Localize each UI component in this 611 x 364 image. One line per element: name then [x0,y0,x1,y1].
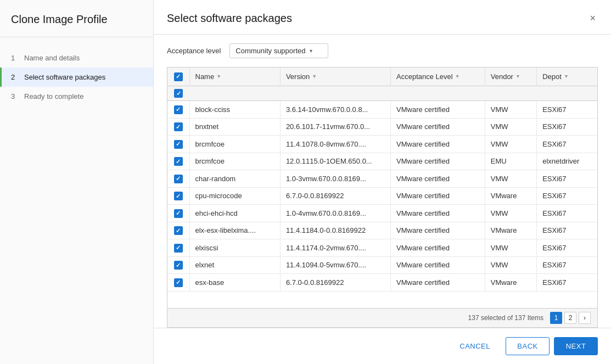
row-checkbox-cell [167,153,189,170]
row-checkbox-cell [167,222,189,239]
row-acceptance-4: VMware certified [391,170,485,188]
row-version-3: 12.0.1115.0-1OEM.650.0... [280,153,390,170]
row-name-10: esx-base [189,274,280,292]
close-button[interactable]: × [587,11,598,25]
row-name-1: bnxtnet [189,118,280,136]
pagination: 1 2 › [550,312,591,324]
row-acceptance-10: VMware certified [391,274,485,292]
table-body: block-cciss 3.6.14-10vmw.670.0.0.8... VM… [167,101,597,292]
acceptance-bar: Acceptance level Community supported ▾ [154,35,611,67]
main-content: Select software packages × Acceptance le… [154,0,611,364]
sidebar-step-1[interactable]: 1 Name and details [0,48,153,68]
row-acceptance-7: VMware certified [391,222,485,239]
acceptance-select[interactable]: Community supported ▾ [229,43,328,58]
table-footer: 137 selected of 137 Items 1 2 › [167,308,597,327]
row-vendor-0: VMW [485,101,536,119]
row-depot-6: ESXi67 [537,205,597,222]
row-vendor-3: EMU [485,153,536,170]
select-all-checkbox-2[interactable] [174,89,183,98]
acceptance-label: Acceptance level [167,47,221,55]
row-depot-4: ESXi67 [537,170,597,188]
row-checkbox-1[interactable] [174,122,183,131]
row-name-4: char-random [189,170,280,188]
sidebar-title: Clone Image Profile [0,0,153,37]
page-next-button[interactable]: › [579,312,591,324]
row-depot-0: ESXi67 [537,101,597,119]
row-acceptance-9: VMware certified [391,256,485,274]
sort-vendor-icon: ▼ [515,74,520,79]
cancel-button[interactable]: CANCEL [449,338,501,355]
acceptance-value: Community supported [236,47,305,55]
row-checkbox-5[interactable] [174,192,183,200]
row-checkbox-10[interactable] [174,278,183,287]
select-all-checkbox[interactable] [174,72,183,81]
row-depot-1: ESXi67 [537,118,597,136]
table-row: cpu-microcode 6.7.0-0.0.8169922 VMware c… [167,187,597,205]
sidebar-step-2[interactable]: 2 Select software packages [0,68,153,87]
chevron-down-icon: ▾ [310,48,312,54]
row-checkbox-4[interactable] [174,175,183,183]
row-version-7: 11.4.1184.0-0.0.8169922 [280,222,390,239]
col-name[interactable]: Name ▼ [189,68,280,86]
row-depot-9: ESXi67 [537,256,597,274]
row-version-4: 1.0-3vmw.670.0.0.8169... [280,170,390,188]
table-row: elxnet 11.4.1094.0-5vmw.670.... VMware c… [167,256,597,274]
row-acceptance-0: VMware certified [391,101,485,119]
sort-depot-icon: ▼ [564,74,569,79]
row-version-8: 11.4.1174.0-2vmw.670.... [280,239,390,257]
row-acceptance-5: VMware certified [391,187,485,205]
row-vendor-9: VMW [485,256,536,274]
row-vendor-2: VMW [485,136,536,153]
page-2-button[interactable]: 2 [564,312,576,324]
row-vendor-10: VMware [485,274,536,292]
page-1-button[interactable]: 1 [550,312,562,324]
row-checkbox-8[interactable] [174,244,183,253]
row-checkbox-cell [167,118,189,136]
back-button[interactable]: BACK [506,337,550,355]
row-version-6: 1.0-4vmw.670.0.0.8169... [280,205,390,222]
col-version[interactable]: Version ▼ [280,68,390,86]
row-checkbox-cell [167,136,189,153]
next-button[interactable]: NEXT [554,337,598,355]
row-version-5: 6.7.0-0.0.8169922 [280,187,390,205]
table-row: esx-base 6.7.0-0.0.8169922 VMware certif… [167,274,597,292]
step-3-number: 3 [11,92,20,100]
table-row: char-random 1.0-3vmw.670.0.0.8169... VMw… [167,170,597,188]
bottom-actions: CANCEL BACK NEXT [154,328,611,364]
row-checkbox-6[interactable] [174,209,183,218]
col-depot[interactable]: Depot ▼ [537,68,597,86]
row-depot-2: ESXi67 [537,136,597,153]
row-checkbox-9[interactable] [174,261,183,270]
row-depot-10: ESXi67 [537,274,597,292]
step-3-label: Ready to complete [24,92,83,100]
main-header: Select software packages × [154,0,611,35]
sidebar-step-3[interactable]: 3 Ready to complete [0,87,153,106]
col-acceptance-level[interactable]: Acceptance Level ▼ [391,68,485,86]
modal-dialog: Clone Image Profile 1 Name and details 2… [0,0,611,364]
row-depot-5: ESXi67 [537,187,597,205]
row-checkbox-7[interactable] [174,226,183,235]
row-checkbox-3[interactable] [174,157,183,166]
col-vendor-label: Vendor [491,72,513,81]
row-acceptance-6: VMware certified [391,205,485,222]
table-header-row-2 [167,86,597,101]
col-depot-label: Depot [542,72,562,81]
packages-table-container: Name ▼ Version ▼ [167,67,598,328]
sidebar: Clone Image Profile 1 Name and details 2… [0,0,154,364]
table-row: ehci-ehci-hcd 1.0-4vmw.670.0.0.8169... V… [167,205,597,222]
table-row: brcmfcoe 11.4.1078.0-8vmw.670.... VMware… [167,136,597,153]
row-acceptance-1: VMware certified [391,118,485,136]
row-checkbox-0[interactable] [174,105,183,114]
col-vendor[interactable]: Vendor ▼ [485,68,536,86]
table-row: elx-esx-libelxima.... 11.4.1184.0-0.0.81… [167,222,597,239]
row-checkbox-2[interactable] [174,140,183,149]
row-name-8: elxiscsi [189,239,280,257]
row-version-0: 3.6.14-10vmw.670.0.0.8... [280,101,390,119]
table-scroll[interactable]: Name ▼ Version ▼ [167,68,597,308]
row-acceptance-3: VMware certified [391,153,485,170]
sort-name-icon: ▼ [216,74,221,79]
row-name-6: ehci-ehci-hcd [189,205,280,222]
row-checkbox-cell [167,187,189,205]
row-name-7: elx-esx-libelxima.... [189,222,280,239]
row-checkbox-cell [167,239,189,257]
